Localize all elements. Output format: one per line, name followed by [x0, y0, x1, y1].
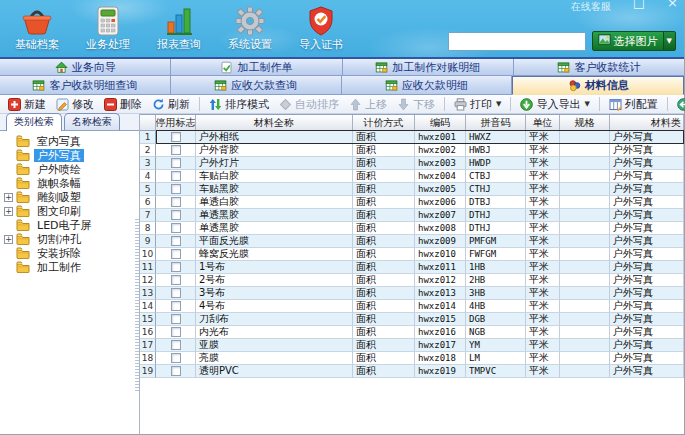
sidebar-tab-category-search[interactable]: 类别检索: [6, 113, 62, 131]
nav-tab-receipt-detail-query[interactable]: 客户收款明细查询: [0, 76, 171, 95]
disable-flag-checkbox[interactable]: [171, 301, 181, 311]
app-button-base-archives[interactable]: 基础档案: [8, 6, 66, 52]
image-path-input[interactable]: [448, 32, 586, 51]
disable-flag-checkbox[interactable]: [171, 314, 181, 324]
edit-button[interactable]: 修改: [52, 96, 98, 113]
disable-flag-cell: [156, 235, 196, 248]
table-row[interactable]: 122号布面积hwxz0122HB平米户外写真: [140, 274, 684, 287]
pinyin-cell: CTHJ: [466, 183, 526, 196]
delete-button[interactable]: 删除: [100, 96, 146, 113]
app-button-reports[interactable]: 报表查询: [150, 6, 208, 52]
disable-flag-checkbox[interactable]: [171, 262, 181, 272]
tree-item-安装拆除[interactable]: 安装拆除: [0, 246, 139, 260]
table-row[interactable]: 15刀刮布面积hwxz015DGB平米户外写真: [140, 313, 684, 326]
table-row[interactable]: 7单透黑胶面积hwxz007DTHJ平米户外写真: [140, 209, 684, 222]
disable-flag-checkbox[interactable]: [171, 353, 181, 363]
app-label: 系统设置: [228, 37, 272, 52]
table-row[interactable]: 3户外灯片面积hwxz003HWDP平米户外写真: [140, 157, 684, 170]
tree-item-室内写真[interactable]: 室内写真: [0, 134, 139, 148]
table-row[interactable]: 17亚膜面积hwxz017YM平米户外写真: [140, 339, 684, 352]
table-row[interactable]: 2户外背胶面积hwxz002HWBJ平米户外写真: [140, 144, 684, 157]
table-row[interactable]: 19透明PVC面积hwxz019TMPVC平米户外写真: [140, 365, 684, 378]
close-button[interactable]: ×: [667, 0, 678, 10]
table-row[interactable]: 9平面反光膜面积hwxz009PMFGM平米户外写真: [140, 235, 684, 248]
disable-flag-checkbox[interactable]: [171, 288, 181, 298]
new-button[interactable]: 新建: [4, 96, 50, 113]
refresh-button[interactable]: 刷新: [148, 96, 194, 113]
column-header-单位[interactable]: 单位: [526, 115, 560, 131]
table-row[interactable]: 111号布面积hwxz0111HB平米户外写真: [140, 261, 684, 274]
tree-item-户外写真[interactable]: 户外写真: [0, 148, 139, 162]
table-row[interactable]: 5车贴黑胶面积hwxz005CTHJ平米户外写真: [140, 183, 684, 196]
tree-item-LED电子屏[interactable]: LED电子屏: [0, 218, 139, 232]
column-config-button[interactable]: 列配置: [605, 96, 662, 113]
pick-image-button[interactable]: 选择图片 ▼: [592, 31, 676, 51]
disable-flag-checkbox[interactable]: [171, 366, 181, 376]
disable-flag-checkbox[interactable]: [171, 132, 181, 142]
column-header-规格[interactable]: 规格: [560, 115, 610, 131]
table-row[interactable]: 133号布面积hwxz0133HB平米户外写真: [140, 287, 684, 300]
tree-item-图文印刷[interactable]: +图文印刷: [0, 204, 139, 218]
table-row[interactable]: 6单透白胶面积hwxz006DTBJ平米户外写真: [140, 196, 684, 209]
nav-tab-customer-stats[interactable]: 客户收款统计: [514, 59, 684, 76]
expand-icon[interactable]: +: [4, 193, 13, 202]
chevron-down-icon[interactable]: ▼: [496, 100, 501, 108]
sort-mode-button[interactable]: 排序模式: [205, 96, 273, 113]
chevron-down-icon[interactable]: ▼: [663, 32, 675, 50]
nav-tab-work-statement[interactable]: 加工制作对账明细: [343, 59, 514, 76]
table-row[interactable]: 144号布面积hwxz0144HB平米户外写真: [140, 300, 684, 313]
column-header-拼音码[interactable]: 拼音码: [466, 115, 526, 131]
folder-icon: [16, 177, 30, 189]
disable-flag-checkbox[interactable]: [171, 184, 181, 194]
disable-flag-checkbox[interactable]: [171, 158, 181, 168]
table-row[interactable]: 16内光布面积hwxz016NGB平米户外写真: [140, 326, 684, 339]
disable-flag-checkbox[interactable]: [171, 249, 181, 259]
column-header-停用标志[interactable]: 停用标志: [156, 115, 196, 131]
expand-icon[interactable]: +: [4, 235, 13, 244]
disable-flag-checkbox[interactable]: [171, 340, 181, 350]
nav-tab-arrears-query[interactable]: 应收欠款查询: [171, 76, 342, 95]
unit-cell: 平米: [526, 157, 560, 170]
tree-item-雕刻吸塑[interactable]: +雕刻吸塑: [0, 190, 139, 204]
disable-flag-checkbox[interactable]: [171, 145, 181, 155]
chevron-down-icon[interactable]: ▼: [584, 100, 589, 108]
app-button-settings[interactable]: 系统设置: [221, 6, 279, 52]
nav-tab-arrears-detail[interactable]: 应收欠款明细: [342, 76, 513, 95]
online-service-link[interactable]: 在线客服: [571, 0, 611, 14]
app-button-import-cert[interactable]: 导入证书: [292, 6, 350, 52]
disable-flag-checkbox[interactable]: [171, 210, 181, 220]
column-header-row-number[interactable]: [140, 115, 156, 131]
category-cell: 户外写真: [610, 131, 684, 144]
disable-flag-checkbox[interactable]: [171, 223, 181, 233]
tree-item-切割冲孔[interactable]: +切割冲孔: [0, 232, 139, 246]
table-row[interactable]: 8单透黑胶面积hwxz008DTHJ平米户外写真: [140, 222, 684, 235]
table-row[interactable]: 10蜂窝反光膜面积hwxz010FWFGM平米户外写真: [140, 248, 684, 261]
tree-item-旗帜条幅[interactable]: 旗帜条幅: [0, 176, 139, 190]
column-header-计价方式[interactable]: 计价方式: [353, 115, 415, 131]
code-cell: hwxz002: [415, 144, 466, 157]
exit-button[interactable]: 退出: [673, 96, 685, 113]
table-row[interactable]: 18亮膜面积hwxz018LM平米户外写真: [140, 352, 684, 365]
disable-flag-checkbox[interactable]: [171, 236, 181, 246]
table-row[interactable]: 4车贴白胶面积hwxz004CTBJ平米户外写真: [140, 170, 684, 183]
disable-flag-checkbox[interactable]: [171, 327, 181, 337]
tree-item-加工制作[interactable]: 加工制作: [0, 260, 139, 274]
column-header-材料全称[interactable]: 材料全称: [196, 115, 353, 131]
maximize-button[interactable]: □: [633, 0, 645, 10]
table-row[interactable]: 1户外相纸面积hwxz001HWXZ平米户外写真: [140, 131, 684, 144]
disable-flag-checkbox[interactable]: [171, 197, 181, 207]
tree-item-户外喷绘[interactable]: 户外喷绘: [0, 162, 139, 176]
nav-tab-work-order[interactable]: 加工制作单: [171, 59, 342, 76]
column-header-材料类[interactable]: 材料类: [610, 115, 684, 131]
sidebar-scrollbar[interactable]: [135, 219, 139, 392]
print-button[interactable]: 打印▼: [450, 96, 505, 113]
column-header-编码[interactable]: 编码: [415, 115, 466, 131]
import-export-button[interactable]: 导入导出▼: [516, 96, 593, 113]
app-button-business[interactable]: 业务处理: [79, 6, 137, 52]
expand-icon[interactable]: +: [4, 207, 13, 216]
disable-flag-checkbox[interactable]: [171, 171, 181, 181]
nav-tab-material-info[interactable]: 材料信息: [512, 76, 684, 95]
sidebar-tab-name-search[interactable]: 名称检索: [64, 113, 120, 130]
disable-flag-checkbox[interactable]: [171, 275, 181, 285]
nav-tab-business-wizard[interactable]: 业务向导: [0, 59, 171, 76]
